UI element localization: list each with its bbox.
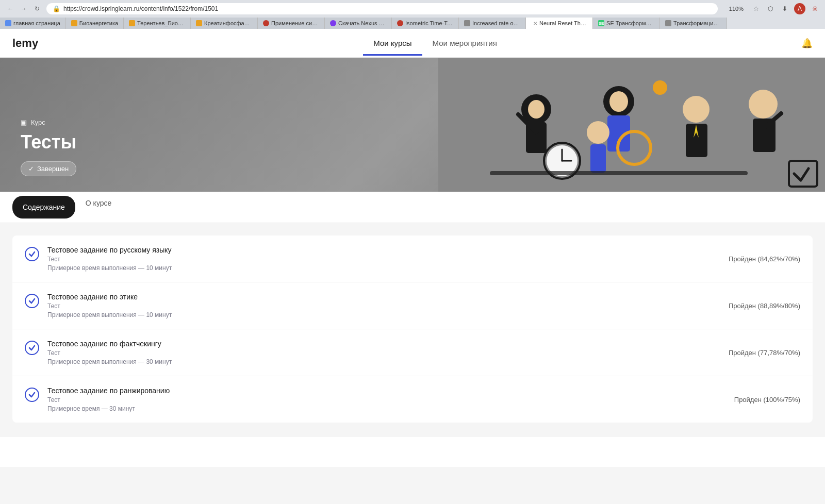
course-label-text: Курс <box>31 119 45 126</box>
tab-glavnaya[interactable]: главная страница <box>0 18 66 29</box>
course-title-2: Тестовое задание по этике <box>47 293 720 301</box>
hero-banner: ▣ Курс Тесты ✓ Завершен <box>0 58 825 192</box>
course-type-1: Тест <box>47 256 720 263</box>
svg-rect-15 <box>490 171 748 175</box>
svg-point-23 <box>653 80 667 95</box>
course-info-4: Тестовое задание по ранжированию Тест Пр… <box>47 387 726 412</box>
course-status-2: Пройден (88,89%/80%) <box>729 302 800 310</box>
tab-label: Биоэнергетика <box>79 20 118 26</box>
tab-neural-active[interactable]: ✕ Neural Reset Therapy ... <box>526 18 593 29</box>
tab-favicon <box>397 20 403 26</box>
svg-point-19 <box>749 90 778 119</box>
course-info-3: Тестовое задание по фактчекингу Тест При… <box>47 340 720 365</box>
tab-apply[interactable]: Применение систем... <box>258 18 325 29</box>
tab-close-icon[interactable]: ✕ <box>533 21 537 26</box>
svg-point-16 <box>683 96 710 123</box>
course-item-2[interactable]: Тестовое задание по этике Тест Примерное… <box>12 282 813 329</box>
download-icon[interactable]: ⬇ <box>780 4 790 14</box>
course-time-4: Примерное время — 30 минут <box>47 405 726 412</box>
forward-button[interactable]: → <box>19 4 29 14</box>
tab-transform[interactable]: Трансформации при... <box>660 18 727 29</box>
tab-label: Трансформации при... <box>673 20 721 26</box>
tab-label: Креатинфосфатный ... <box>204 20 252 26</box>
course-type-2: Тест <box>47 303 720 310</box>
course-item-3[interactable]: Тестовое задание по фактчекингу Тест При… <box>12 329 813 376</box>
logo[interactable]: lemy <box>12 37 38 50</box>
tab-favicon <box>263 20 269 26</box>
tab-label: Neural Reset Therapy ... <box>539 20 587 26</box>
tab-label: SE Трансформации при ... <box>606 20 654 26</box>
svg-rect-10 <box>590 144 606 173</box>
course-item-4[interactable]: Тестовое задание по ранжированию Тест Пр… <box>12 376 813 423</box>
course-time-2: Примерное время выполнения — 10 минут <box>47 311 720 318</box>
address-text: https://crowd.ispringlearn.ru/content/in… <box>63 5 218 12</box>
tab-bioenergetika[interactable]: Биоэнергетика <box>66 18 124 29</box>
tab-favicon <box>330 20 336 26</box>
hero-content: ▣ Курс Тесты ✓ Завершен <box>21 119 76 176</box>
nav-my-courses[interactable]: Мои курсы <box>363 30 422 56</box>
address-bar: ← → ↻ 🔒 https://crowd.ispringlearn.ru/co… <box>0 0 825 18</box>
tab-label: главная страница <box>13 20 60 26</box>
completed-icon-2 <box>25 294 39 308</box>
browser-tabs: главная страница Биоэнергетика Терентьев… <box>0 18 825 29</box>
course-card: Тестовое задание по русскому языку Тест … <box>12 236 813 423</box>
completed-icon-1 <box>25 247 39 261</box>
hero-label: ▣ Курс <box>21 119 76 126</box>
content-tabs: Содержание О курсе <box>0 192 825 223</box>
notifications-bell-icon[interactable]: 🔔 <box>801 38 813 49</box>
bookmark-icon[interactable]: ☆ <box>751 4 761 14</box>
tab-label: Скачать Nexus 3 VST ... <box>338 20 386 26</box>
course-list: Тестовое задание по русскому языку Тест … <box>0 223 825 437</box>
completed-icon-3 <box>25 341 39 355</box>
hero-illustration <box>438 58 825 192</box>
tab-favicon <box>464 20 470 26</box>
tab-increased[interactable]: Increased rate of force... <box>459 18 526 29</box>
course-type-3: Тест <box>47 349 720 357</box>
tab-label: Increased rate of force... <box>472 20 520 26</box>
svg-point-6 <box>609 91 628 112</box>
tab-favicon <box>5 20 11 26</box>
check-icon: ✓ <box>28 165 34 173</box>
svg-point-9 <box>587 121 609 144</box>
zoom-level: 110% <box>726 5 747 13</box>
course-icon: ▣ <box>21 119 27 126</box>
tab-label: Терентьев_Биохимия ... <box>137 20 185 26</box>
tab-about[interactable]: О курсе <box>75 192 122 223</box>
tab-favicon: SE <box>598 20 604 26</box>
tab-isometric[interactable]: Isometric Time-Tensio... <box>392 18 459 29</box>
account-icon[interactable]: A <box>794 3 805 14</box>
status-badge: ✓ Завершен <box>21 161 76 176</box>
tab-creatine[interactable]: Креатинфосфатный ... <box>191 18 258 29</box>
course-time-1: Примерное время выполнения — 10 минут <box>47 264 720 272</box>
tab-favicon <box>665 20 671 26</box>
extensions-icon[interactable]: ⬡ <box>765 4 776 14</box>
refresh-button[interactable]: ↻ <box>32 4 42 14</box>
lock-icon: 🔒 <box>53 5 60 12</box>
tab-favicon <box>196 20 202 26</box>
course-info-2: Тестовое задание по этике Тест Примерное… <box>47 293 720 318</box>
course-title-3: Тестовое задание по фактчекингу <box>47 340 720 348</box>
address-field[interactable]: 🔒 https://crowd.ispringlearn.ru/content/… <box>46 3 718 14</box>
course-status-1: Пройден (84,62%/70%) <box>729 255 800 263</box>
course-status-3: Пройден (77,78%/70%) <box>729 349 800 357</box>
tab-content[interactable]: Содержание <box>12 196 75 219</box>
course-item-1[interactable]: Тестовое задание по русскому языку Тест … <box>12 236 813 282</box>
browser-chrome: ← → ↻ 🔒 https://crowd.ispringlearn.ru/co… <box>0 0 825 29</box>
course-status-4: Пройден (100%/75%) <box>734 396 800 404</box>
main-nav: Мои курсы Мои мероприятия <box>69 30 801 56</box>
tab-se[interactable]: SE SE Трансформации при ... <box>593 18 660 29</box>
tab-nexus[interactable]: Скачать Nexus 3 VST ... <box>325 18 392 29</box>
course-time-3: Примерное время выполнения — 30 минут <box>47 358 720 365</box>
nav-controls: ← → ↻ <box>5 4 42 14</box>
security-icon[interactable]: ☠ <box>810 4 820 14</box>
tab-biochem[interactable]: Терентьев_Биохимия ... <box>124 18 191 29</box>
header: lemy Мои курсы Мои мероприятия 🔔 <box>0 29 825 58</box>
tab-favicon <box>129 20 135 26</box>
back-button[interactable]: ← <box>5 4 15 14</box>
app: lemy Мои курсы Мои мероприятия 🔔 <box>0 29 825 467</box>
nav-my-events[interactable]: Мои мероприятия <box>422 30 507 56</box>
completed-icon-4 <box>25 388 39 402</box>
svg-point-2 <box>528 100 544 119</box>
course-title-1: Тестовое задание по русскому языку <box>47 246 720 254</box>
status-text: Завершен <box>37 165 69 173</box>
